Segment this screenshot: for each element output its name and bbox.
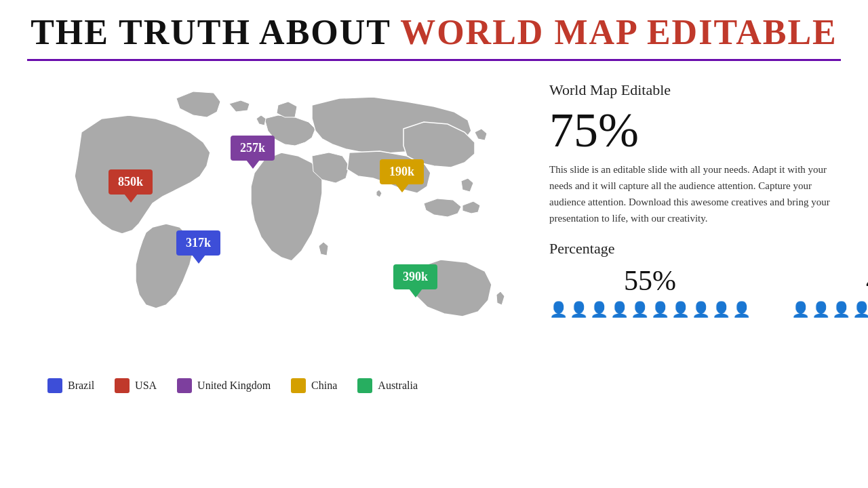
person-gray-4: 👤 [732, 302, 751, 317]
legend-item-australia: Australia [357, 378, 418, 393]
person-red-3: 👤 [832, 302, 850, 317]
person-blue-4: 👤 [610, 302, 629, 317]
callout-brazil: 317k [176, 230, 220, 256]
percentage-section: Percentage 55% 👤 👤 👤 👤 👤 👤 👤 [549, 240, 868, 317]
percentage-row: 55% 👤 👤 👤 👤 👤 👤 👤 👤 👤 👤 [549, 264, 868, 317]
person-gray-3: 👤 [712, 302, 730, 317]
page: THE TRUTH ABOUT WORLD MAP EDITABLE [0, 0, 868, 488]
world-map [41, 75, 529, 366]
person-red-1: 👤 [791, 302, 810, 317]
person-red-2: 👤 [812, 302, 830, 317]
legend-color-china [291, 378, 306, 393]
person-blue-1: 👤 [549, 302, 568, 317]
header: THE TRUTH ABOUT WORLD MAP EDITABLE [27, 0, 841, 61]
people-row-right: 👤 👤 👤 👤 👤 👤 👤 👤 👤 👤 [791, 302, 868, 317]
people-row-left: 👤 👤 👤 👤 👤 👤 👤 👤 👤 👤 [549, 302, 751, 317]
legend-item-usa: USA [115, 378, 157, 393]
main-content: 850k 257k 190k 317k 390k B [27, 61, 841, 488]
callout-china: 190k [380, 159, 424, 184]
legend-item-china: China [291, 378, 337, 393]
map-area: 850k 257k 190k 317k 390k B [27, 61, 536, 488]
person-blue-6: 👤 [651, 302, 669, 317]
percentage-title: Percentage [549, 240, 868, 258]
legend-color-usa [115, 378, 130, 393]
title-red: WORLD MAP EDITABLE [400, 13, 837, 52]
info-subtitle: World Map Editable [549, 81, 868, 99]
legend-label-uk: United Kingdom [197, 380, 271, 392]
person-blue-5: 👤 [631, 302, 649, 317]
pct-block-left: 55% 👤 👤 👤 👤 👤 👤 👤 👤 👤 👤 [549, 264, 751, 317]
person-gray-1: 👤 [671, 302, 690, 317]
callout-australia: 390k [393, 264, 437, 289]
legend-item-uk: United Kingdom [177, 378, 271, 393]
pct-block-right: 45% 👤 👤 👤 👤 👤 👤 👤 👤 👤 👤 [791, 264, 868, 317]
legend-color-australia [357, 378, 372, 393]
info-description: This slide is an editable slide with all… [549, 161, 834, 226]
map-container: 850k 257k 190k 317k 390k [41, 75, 529, 366]
info-main-percentage: 75% [549, 106, 868, 155]
legend-label-usa: USA [135, 380, 157, 392]
person-blue-2: 👤 [570, 302, 588, 317]
legend-label-australia: Australia [378, 380, 418, 392]
legend-color-uk [177, 378, 192, 393]
person-gray-2: 👤 [692, 302, 710, 317]
person-red-4: 👤 [852, 302, 868, 317]
callout-usa: 850k [108, 169, 153, 195]
legend-label-brazil: Brazil [68, 380, 94, 392]
legend-color-brazil [47, 378, 62, 393]
page-title: THE TRUTH ABOUT WORLD MAP EDITABLE [27, 12, 841, 52]
legend: Brazil USA United Kingdom China Australi… [47, 378, 536, 393]
legend-label-china: China [311, 380, 337, 392]
title-black: THE TRUTH ABOUT [31, 13, 400, 52]
person-blue-3: 👤 [590, 302, 608, 317]
legend-item-brazil: Brazil [47, 378, 94, 393]
pct-value-left: 55% [624, 264, 676, 297]
info-panel: World Map Editable 75% This slide is an … [536, 61, 868, 488]
callout-uk: 257k [231, 136, 275, 161]
